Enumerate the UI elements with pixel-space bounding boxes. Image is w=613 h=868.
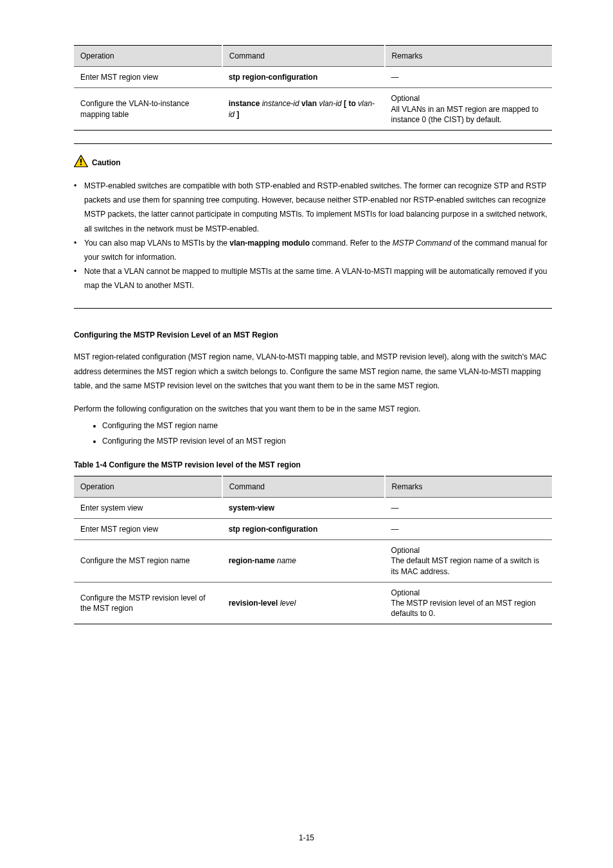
svg-rect-1 xyxy=(80,159,82,163)
svg-point-2 xyxy=(80,163,82,165)
caution-header: Caution xyxy=(74,153,552,167)
list-lead: Perform the following configuration on t… xyxy=(74,402,552,416)
section-paragraph: MST region-related configuration (MST re… xyxy=(74,350,552,393)
col-command: Command xyxy=(222,476,385,497)
caution-bullet: You can also map VLANs to MSTIs by the v… xyxy=(74,236,552,264)
cell-operation: Configure the MSTP revision level of the… xyxy=(74,582,222,624)
cell-command: instance instance-id vlan vlan-id [ to v… xyxy=(222,88,385,131)
cell-command: system-view xyxy=(222,497,385,518)
list-item: Configuring the MST region name xyxy=(102,419,552,433)
cell-remarks: — xyxy=(385,497,552,518)
cell-operation: Configure the MST region name xyxy=(74,540,222,583)
page-number: 1-15 xyxy=(0,833,613,842)
command-table-1: Operation Command Remarks Enter MST regi… xyxy=(74,45,552,131)
col-remarks: Remarks xyxy=(385,476,552,497)
col-operation: Operation xyxy=(74,46,222,67)
col-remarks: Remarks xyxy=(385,46,552,67)
table-row: Enter system view system-view — xyxy=(74,497,552,518)
table-row: Configure the VLAN-to-instance mapping t… xyxy=(74,88,552,131)
table-header-row: Operation Command Remarks xyxy=(74,476,552,497)
cell-operation: Enter MST region view xyxy=(74,518,222,539)
cell-operation: Configure the VLAN-to-instance mapping t… xyxy=(74,88,222,131)
table-header-row: Operation Command Remarks xyxy=(74,46,552,67)
section-title: Configuring the MSTP Revision Level of a… xyxy=(74,330,552,339)
caution-box: Caution MSTP-enabled switches are compat… xyxy=(74,143,552,309)
cell-remarks: Optional The MSTP revision level of an M… xyxy=(385,582,552,624)
cell-remarks: — xyxy=(385,67,552,88)
caution-label: Caution xyxy=(92,158,121,167)
caution-icon xyxy=(74,155,88,167)
command-table-2: Operation Command Remarks Enter system v… xyxy=(74,476,552,625)
table-row: Enter MST region view stp region-configu… xyxy=(74,518,552,539)
table-row: Configure the MST region name region-nam… xyxy=(74,540,552,583)
col-operation: Operation xyxy=(74,476,222,497)
list-item: Configuring the MSTP revision level of a… xyxy=(102,434,552,448)
cell-remarks: Optional The default MST region name of … xyxy=(385,540,552,583)
cell-command: stp region-configuration xyxy=(222,67,385,88)
table-row: Configure the MSTP revision level of the… xyxy=(74,582,552,624)
caution-bullet: Note that a VLAN cannot be mapped to mul… xyxy=(74,264,552,293)
cell-operation: Enter MST region view xyxy=(74,67,222,88)
col-command: Command xyxy=(222,46,385,67)
caution-body: MSTP-enabled switches are compatible wit… xyxy=(74,179,552,293)
cell-command: stp region-configuration xyxy=(222,518,385,539)
table-row: Enter MST region view stp region-configu… xyxy=(74,67,552,88)
cell-command: revision-level level xyxy=(222,582,385,624)
caution-bullet: MSTP-enabled switches are compatible wit… xyxy=(74,179,552,236)
table-caption: Table 1-4 Configure the MSTP revision le… xyxy=(74,460,552,469)
cell-operation: Enter system view xyxy=(74,497,222,518)
cell-remarks: — xyxy=(385,518,552,539)
bullet-list: Configuring the MST region name Configur… xyxy=(74,419,552,448)
cell-remarks: Optional All VLANs in an MST region are … xyxy=(385,88,552,131)
cell-command: region-name name xyxy=(222,540,385,583)
